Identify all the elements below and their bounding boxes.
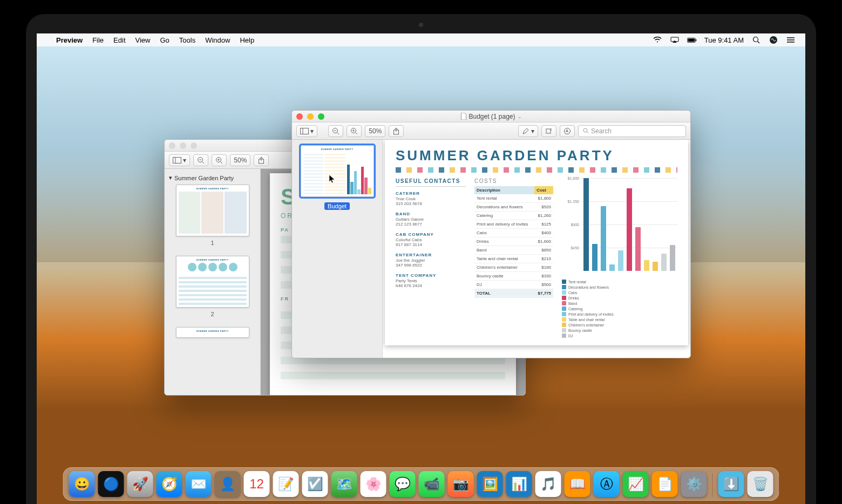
- dock-trash[interactable]: 🗑️: [748, 471, 773, 497]
- menu-view[interactable]: View: [135, 36, 151, 44]
- dock-contacts[interactable]: 👤: [215, 471, 241, 497]
- dock-ibooks[interactable]: 📖: [565, 471, 590, 497]
- dock-safari[interactable]: 🧭: [157, 471, 182, 497]
- dock-preview[interactable]: 🖼️: [477, 471, 503, 497]
- zoom-value[interactable]: 50%: [365, 125, 385, 137]
- dock-notes[interactable]: 📝: [273, 471, 299, 497]
- sidebar-toggle[interactable]: ▾: [296, 125, 317, 137]
- legend-item: Tent rental: [562, 280, 627, 284]
- thumbnail-budget[interactable]: SUMMER GARDEN PARTY: [301, 145, 374, 197]
- zoom-in-button[interactable]: [347, 125, 362, 137]
- contact-block: CAB COMPANYColorful Cabs917 887 3114: [396, 232, 466, 247]
- preview-window-front[interactable]: Budget (1 page) ⌄ ▾ 50% ▾ Search: [291, 110, 691, 358]
- cost-value: $400: [534, 229, 553, 237]
- document-icon: [460, 113, 466, 120]
- spotlight-icon[interactable]: [751, 35, 761, 45]
- dock-calendar[interactable]: 12: [244, 471, 270, 497]
- sidebar-doc-title: ▾Summer Garden Party: [169, 174, 256, 181]
- cost-desc: Catering: [474, 212, 534, 220]
- menu-help[interactable]: Help: [240, 36, 254, 44]
- dock-keynote[interactable]: 📊: [506, 471, 532, 497]
- dock-messages[interactable]: 💬: [390, 471, 416, 497]
- dock-itunes[interactable]: 🎵: [535, 471, 561, 497]
- minimize-button-back[interactable]: [180, 142, 186, 149]
- content-area[interactable]: SUMMER GARDEN PARTY USEFUL CONTACTS CATE…: [383, 140, 690, 358]
- contact-type: TENT COMPANY: [396, 273, 466, 278]
- share-button-back[interactable]: [254, 154, 269, 166]
- dock-numbers[interactable]: 📈: [623, 471, 649, 497]
- dock-maps[interactable]: 🗺️: [331, 471, 357, 497]
- thumbnail-page-2[interactable]: SUMMER GARDEN PARTY: [176, 256, 249, 308]
- rotate-button[interactable]: [541, 125, 556, 137]
- menubar-app-name[interactable]: Preview: [56, 36, 83, 44]
- highlight-button[interactable]: ▾: [518, 125, 538, 137]
- fullscreen-button[interactable]: [318, 113, 324, 120]
- table-row: Table and chair rental$210: [474, 255, 553, 263]
- chart-bar: [609, 264, 615, 271]
- zoom-out-back[interactable]: [193, 154, 208, 166]
- zoom-in-back[interactable]: [212, 154, 227, 166]
- cost-desc: Decorations and flowers: [474, 203, 534, 212]
- minimize-button[interactable]: [307, 113, 314, 120]
- notification-center-icon[interactable]: [786, 35, 796, 45]
- battery-icon[interactable]: [687, 35, 697, 45]
- siri-icon[interactable]: [769, 35, 778, 45]
- menu-file[interactable]: File: [92, 36, 104, 44]
- svg-line-5: [758, 42, 760, 44]
- dock-system-preferences[interactable]: ⚙️: [681, 471, 707, 497]
- close-button-back[interactable]: [169, 142, 175, 149]
- cost-value: $1,800: [534, 194, 553, 203]
- dock-reminders[interactable]: ☑️: [302, 471, 328, 497]
- window-title[interactable]: Budget (1 page) ⌄: [460, 113, 521, 120]
- contact-block: ENTERTAINERJoe the Juggler347 998 6522: [396, 253, 466, 268]
- search-field[interactable]: Search: [578, 125, 686, 137]
- legend-item: Table and chair rental: [562, 317, 627, 322]
- zoom-out-button[interactable]: [328, 125, 343, 137]
- menu-edit[interactable]: Edit: [113, 36, 125, 44]
- dock-photos[interactable]: 🌸: [361, 471, 386, 497]
- dock-mail[interactable]: ✉️: [186, 471, 212, 497]
- menubar: Preview File Edit View Go Tools Window H…: [37, 33, 805, 46]
- thumbnail-page-1[interactable]: SUMMER GARDEN PARTY: [176, 185, 249, 236]
- dock-pages[interactable]: 📄: [652, 471, 678, 497]
- dock-facetime[interactable]: 📹: [419, 471, 445, 497]
- close-button[interactable]: [296, 113, 303, 120]
- svg-point-4: [753, 37, 758, 42]
- contact-block: TENT COMPANYParty Tents646 876 2424: [396, 273, 466, 288]
- table-row: Tent rental$1,800: [474, 194, 553, 203]
- page-title: SUMMER GARDEN PARTY: [396, 147, 677, 164]
- zoom-value-back[interactable]: 50%: [230, 154, 250, 166]
- menu-window[interactable]: Window: [205, 36, 230, 44]
- dock-photobooth[interactable]: 📷: [448, 471, 474, 497]
- wifi-icon[interactable]: [653, 35, 662, 45]
- sidebar-toggle-back[interactable]: ▾: [169, 154, 190, 166]
- share-button[interactable]: [389, 125, 404, 137]
- dock-finder[interactable]: 😀: [69, 471, 95, 497]
- cost-value: $330: [534, 272, 553, 281]
- cost-value: $1,260: [534, 212, 553, 220]
- thumbnail-sidebar-back[interactable]: ▾Summer Garden Party SUMMER GARDEN PARTY…: [165, 169, 261, 395]
- titlebar-front[interactable]: Budget (1 page) ⌄: [292, 111, 690, 122]
- dock-downloads[interactable]: ⬇️: [718, 471, 744, 497]
- cost-desc: Table and chair rental: [474, 255, 534, 263]
- chart-bar: [618, 250, 623, 271]
- cost-value: $1,600: [534, 237, 553, 246]
- thumbnail-sidebar[interactable]: SUMMER GARDEN PARTY Budget: [292, 140, 383, 358]
- airplay-icon[interactable]: [670, 35, 680, 45]
- thumbnail-page-3-partial[interactable]: SUMMER GARDEN PARTY: [176, 327, 249, 338]
- menubar-clock[interactable]: Tue 9:41 AM: [704, 36, 744, 44]
- menu-go[interactable]: Go: [160, 36, 169, 44]
- dock[interactable]: 😀 🔵 🚀 🧭 ✉️ 👤 12 📝 ☑️ 🗺️ 🌸 💬 📹 📷 🖼️ 📊 🎵 📖…: [63, 467, 779, 501]
- table-row: Catering$1,260: [474, 212, 553, 220]
- dock-launchpad[interactable]: 🚀: [127, 471, 153, 497]
- table-row: Cabs$400: [474, 229, 553, 237]
- menu-tools[interactable]: Tools: [179, 36, 195, 44]
- contacts-heading: USEFUL CONTACTS: [396, 178, 466, 184]
- markup-button[interactable]: [560, 125, 575, 137]
- dock-appstore[interactable]: Ⓐ: [594, 471, 620, 497]
- laptop-frame: Preview File Edit View Go Tools Window H…: [26, 14, 816, 504]
- dock-siri[interactable]: 🔵: [98, 471, 124, 497]
- svg-rect-10: [173, 157, 181, 163]
- fullscreen-button-back[interactable]: [191, 142, 197, 149]
- desktop: Preview File Edit View Go Tools Window H…: [37, 33, 805, 504]
